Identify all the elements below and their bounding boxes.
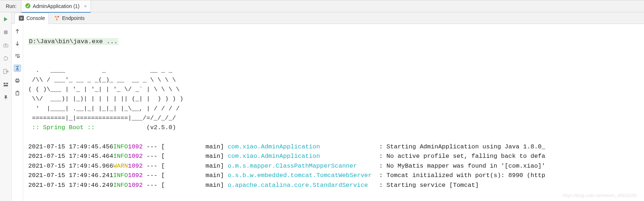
spring-boot-text: :: Spring Boot :: — [28, 124, 98, 131]
close-icon[interactable]: × — [84, 4, 87, 9]
spring-boot-icon — [25, 3, 31, 10]
spring-boot-version: (v2.5.0) — [146, 124, 176, 131]
log-line: 2021-07-15 17:49:46.241 INFO 1092 --- [ … — [28, 171, 644, 180]
run-toolwindow-tabbar: Run: AdminApplication (1) × — [0, 0, 644, 12]
log-line: 2021-07-15 17:49:45.464 INFO 1092 --- [ … — [28, 152, 644, 161]
rerun-icon[interactable] — [3, 16, 9, 22]
soft-wrap-icon[interactable] — [14, 52, 21, 60]
svg-rect-5 — [5, 44, 6, 44]
track-running-icon[interactable] — [3, 55, 9, 62]
log-line: 2021-07-15 17:49:45.456 INFO 1092 --- [ … — [28, 142, 644, 152]
scroll-to-end-icon[interactable] — [14, 65, 21, 72]
svg-rect-9 — [6, 83, 8, 84]
command-line: D:\Java\bin\java.exe ... — [28, 38, 118, 45]
pin-icon[interactable] — [3, 94, 9, 101]
tab-console[interactable]: > Console — [14, 13, 49, 24]
tab-console-label: Console — [26, 15, 45, 21]
up-stacktrace-icon[interactable] — [14, 28, 21, 35]
log-line: 2021-07-15 17:49:45.966 WARN 1092 --- [ … — [28, 161, 644, 171]
tab-endpoints[interactable]: Endpoints — [50, 12, 88, 24]
layout-icon[interactable] — [3, 81, 9, 88]
console-subtabs: > Console Endpoints — [12, 12, 644, 24]
run-config-tab[interactable]: AdminApplication (1) × — [21, 0, 91, 12]
exit-icon[interactable] — [3, 68, 9, 75]
run-left-gutter — [0, 12, 12, 201]
stop-icon[interactable] — [3, 29, 9, 36]
clear-all-icon[interactable] — [14, 89, 21, 97]
console-toolbar — [12, 24, 23, 201]
camera-icon[interactable] — [3, 42, 9, 49]
run-config-tab-label: AdminApplication (1) — [33, 3, 80, 9]
log-line: 2021-07-15 17:49:46.249 INFO 1092 --- [ … — [28, 181, 644, 190]
spring-banner: . ____ _ __ _ _ /\\ / ___'_ __ _ _(_)_ _… — [28, 67, 183, 122]
svg-rect-2 — [4, 30, 8, 34]
svg-point-0 — [25, 3, 30, 8]
console-output[interactable]: D:\Java\bin\java.exe ... . ____ _ __ _ _… — [23, 24, 644, 201]
down-stacktrace-icon[interactable] — [14, 40, 21, 47]
svg-marker-1 — [4, 17, 8, 21]
print-icon[interactable] — [14, 77, 21, 84]
endpoints-icon — [54, 15, 60, 21]
svg-point-4 — [5, 45, 7, 46]
svg-rect-10 — [4, 85, 8, 86]
tab-endpoints-label: Endpoints — [62, 15, 84, 21]
svg-rect-15 — [16, 79, 18, 80]
svg-rect-8 — [4, 83, 5, 84]
svg-rect-3 — [4, 44, 8, 47]
run-label: Run: — [0, 3, 21, 9]
console-icon: > — [18, 15, 24, 21]
